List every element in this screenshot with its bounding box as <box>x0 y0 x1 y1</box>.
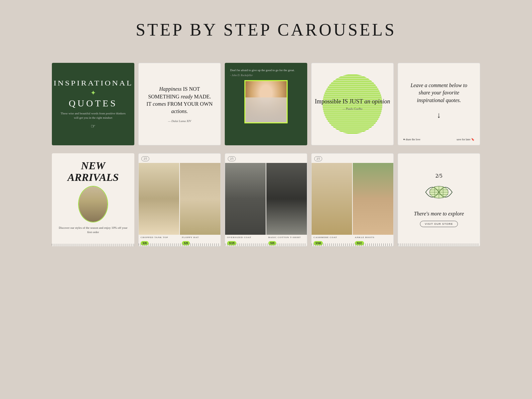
product-image-coat <box>225 163 266 235</box>
rockefeller-attribution: - John D. Rockefeller <box>230 74 302 77</box>
card-badge-3: 2/5 <box>314 156 322 161</box>
arc-text-top: INSPIRATIONAL <box>54 79 133 87</box>
product-item-cashmere: CASHMERE COAT $160 <box>312 163 352 246</box>
carousel-row-2: NEW ARRIVALS Discover our styles of the … <box>13 153 519 246</box>
page-title: STEP BY STEP CAROUSELS <box>136 20 396 40</box>
quotes-word: QUOTES <box>69 98 117 109</box>
ruler-bar-1 <box>52 244 134 246</box>
card-products-1: 2/5 CROPPED TANK TOP $20 FLOPPY HAT $28 <box>138 153 221 246</box>
card-new-arrivals: NEW ARRIVALS Discover our styles of the … <box>52 153 134 246</box>
product-item-tank: CROPPED TANK TOP $20 <box>139 163 179 246</box>
product-name-tshirt: BASIC COTTON T-SHIRT <box>268 236 305 239</box>
explore-text: There's more to explore <box>414 211 464 217</box>
card-impossible-quote: Impossible IS JUST an opinion — Paulo Co… <box>311 63 394 145</box>
ruler-bar-3 <box>225 243 307 246</box>
product-item-boots: ANKLE BOOTS $115 <box>353 163 393 246</box>
product-name-cashmere: CASHMERE COAT <box>314 236 350 239</box>
card-inspirational-cover: INSPIRATIONAL ✦ QUOTES These wise and be… <box>52 63 134 145</box>
carousel-row-1: INSPIRATIONAL ✦ QUOTES These wise and be… <box>13 63 519 145</box>
card-badge-1: 2/5 <box>141 156 149 161</box>
card-rockefeller-quote: Don't be afraid to give up the good to g… <box>225 63 307 145</box>
share-label: ♥ share the love <box>403 138 420 141</box>
product-name-tank: CROPPED TANK TOP <box>141 236 177 239</box>
quote-attribution: — Dalai Lama XIV <box>168 119 191 123</box>
product-image-hat <box>180 163 220 235</box>
save-label: save for later 🔖 <box>457 138 474 141</box>
product-image-cashmere <box>312 163 352 235</box>
oval-photo <box>78 186 108 222</box>
ruler-bar-4 <box>312 243 393 246</box>
globe-icon <box>422 179 456 205</box>
quote-text-dark: Don't be afraid to give up the good to g… <box>230 68 302 72</box>
cta-text: Leave a comment below to share your favo… <box>405 82 473 104</box>
product-name-hat: FLOPPY HAT <box>182 236 218 239</box>
product-image-tank <box>139 163 179 235</box>
quote-text: Happiness IS NOT SOMETHING ready MADE. I… <box>145 85 214 115</box>
new-arrivals-subtitle: Discover our styles of the season and en… <box>57 226 129 234</box>
product-grid-1: CROPPED TANK TOP $20 FLOPPY HAT $28 <box>139 154 220 246</box>
finger-icon: ☞ <box>91 123 95 129</box>
product-grid-3: CASHMERE COAT $160 ANKLE BOOTS $115 <box>312 154 393 246</box>
product-item-hat: FLOPPY HAT $28 <box>180 163 220 246</box>
card-explore: 2/5 There's more to explore VISIT OUR ST… <box>398 153 480 246</box>
star-icon: ✦ <box>90 89 96 97</box>
ruler-bar-5 <box>398 243 480 246</box>
product-name-boots: ANKLE BOOTS <box>355 236 391 239</box>
coelho-attribution: — Paulo Coelho <box>315 107 390 110</box>
heart-icon: ♥ <box>403 138 405 141</box>
visit-store-button[interactable]: VISIT OUR STORE <box>420 221 458 227</box>
product-item-coat: OVERSIZED COAT $129 <box>225 163 266 246</box>
product-name-coat: OVERSIZED COAT <box>227 236 264 239</box>
person-silhouette <box>79 187 107 222</box>
product-item-tshirt: BASIC COTTON T-SHIRT $19 <box>266 163 307 246</box>
product-image-tshirt <box>266 163 307 235</box>
card-products-3: 2/5 CASHMERE COAT $160 ANKLE BOOTS $115 <box>311 153 394 246</box>
svg-point-5 <box>430 186 448 198</box>
ruler-bar-2 <box>139 243 220 246</box>
impossible-text: Impossible IS JUST an opinion — Paulo Co… <box>315 98 390 110</box>
product-grid-2: OVERSIZED COAT $129 BASIC COTTON T-SHIRT… <box>225 154 307 246</box>
card-leave-comment: Leave a comment below to share your favo… <box>398 63 480 145</box>
new-arrivals-title: NEW ARRIVALS <box>67 160 119 183</box>
card-products-2: 2/5 OVERSIZED COAT $129 BASIC COTTON T-S… <box>225 153 307 246</box>
card-badge-2: 2/5 <box>228 156 236 161</box>
card-happiness-quote: Happiness IS NOT SOMETHING ready MADE. I… <box>138 63 221 145</box>
down-arrow-icon: ↓ <box>437 111 441 120</box>
photo-frame <box>244 80 288 123</box>
photo-person <box>245 81 287 122</box>
arc-text: INSPIRATIONAL <box>57 79 129 87</box>
product-image-boots <box>353 163 393 235</box>
card-subtitle: These wise and beautiful words from posi… <box>59 111 128 120</box>
bottom-bar: ♥ share the love save for later 🔖 <box>403 138 474 141</box>
card-badge-explore: 2/5 <box>436 173 442 179</box>
